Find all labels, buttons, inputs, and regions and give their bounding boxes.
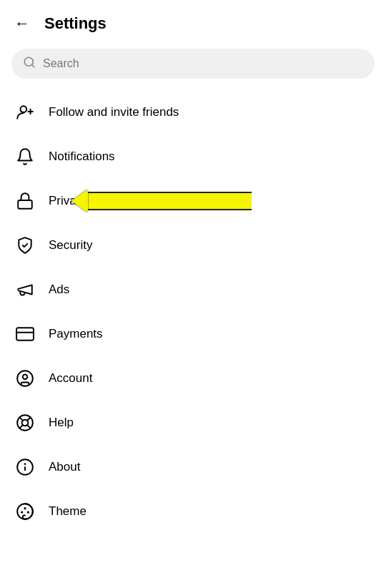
- menu-item-notifications[interactable]: Notifications: [0, 134, 386, 179]
- svg-rect-6: [16, 328, 34, 340]
- security-label: Security: [49, 238, 92, 253]
- person-circle-icon: [14, 368, 36, 389]
- svg-line-16: [19, 425, 23, 428]
- menu-item-help[interactable]: Help: [0, 401, 386, 445]
- palette-icon: [14, 501, 36, 522]
- menu-item-follow[interactable]: Follow and invite friends: [0, 90, 386, 134]
- menu-item-security[interactable]: Security: [0, 223, 386, 268]
- follow-label: Follow and invite friends: [49, 105, 179, 119]
- svg-line-12: [19, 417, 23, 421]
- menu-item-account[interactable]: Account: [0, 356, 386, 401]
- header: ← Settings: [0, 0, 386, 43]
- account-label: Account: [49, 371, 92, 386]
- svg-point-22: [21, 511, 23, 513]
- lock-icon: [14, 190, 36, 212]
- notifications-label: Notifications: [49, 150, 115, 164]
- card-icon: [14, 323, 36, 345]
- search-input[interactable]: [43, 57, 363, 70]
- svg-line-15: [27, 418, 30, 421]
- shield-icon: [14, 235, 36, 256]
- back-button[interactable]: ←: [11, 11, 33, 36]
- menu-item-theme[interactable]: Theme: [0, 489, 386, 534]
- help-label: Help: [49, 416, 74, 430]
- info-icon: [14, 456, 36, 478]
- theme-label: Theme: [49, 504, 86, 519]
- menu-list: Follow and invite friends Notifications …: [0, 90, 386, 534]
- svg-point-9: [23, 375, 28, 380]
- svg-point-23: [27, 511, 29, 513]
- ads-label: Ads: [49, 283, 69, 297]
- svg-rect-5: [18, 200, 32, 209]
- svg-line-13: [27, 425, 31, 428]
- menu-item-about[interactable]: About: [0, 445, 386, 489]
- search-bar[interactable]: [11, 49, 375, 79]
- lifebuoy-icon: [14, 412, 36, 433]
- menu-item-privacy[interactable]: Privacy: [0, 179, 386, 223]
- follow-icon: [14, 102, 36, 123]
- svg-line-1: [31, 64, 34, 67]
- megaphone-icon: [14, 279, 36, 300]
- svg-point-2: [21, 106, 27, 112]
- svg-point-21: [24, 507, 26, 509]
- page-title: Settings: [44, 14, 107, 33]
- search-icon: [23, 56, 36, 72]
- about-label: About: [49, 460, 80, 474]
- menu-item-ads[interactable]: Ads: [0, 268, 386, 312]
- bell-icon: [14, 146, 36, 167]
- menu-item-payments[interactable]: Payments: [0, 312, 386, 356]
- privacy-label: Privacy: [49, 194, 89, 208]
- back-arrow-icon: ←: [14, 14, 30, 33]
- payments-label: Payments: [49, 327, 103, 341]
- annotation-arrow: [71, 190, 252, 212]
- svg-point-8: [17, 371, 33, 386]
